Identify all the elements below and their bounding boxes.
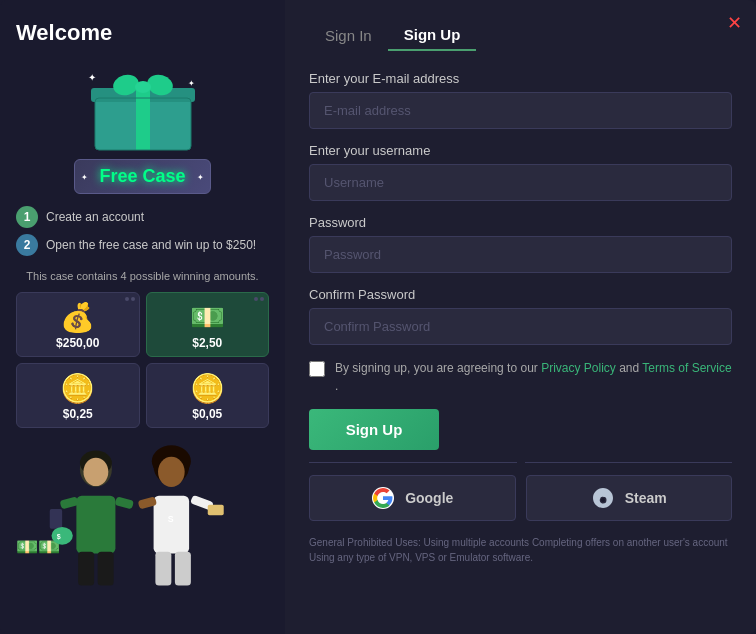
prize-grid: 💰 $250,00 💵 $2,50 🪙 $0,25 �: [16, 292, 269, 428]
terms-of-service-link[interactable]: Terms of Service: [642, 361, 731, 375]
terms-checkbox[interactable]: [309, 361, 325, 377]
terms-text-end: .: [335, 379, 338, 393]
step-2: 2 Open the free case and win up to $250!: [16, 234, 269, 256]
svg-rect-20: [50, 509, 62, 529]
password-input[interactable]: [309, 236, 732, 273]
gift-box: ✦ ✦: [73, 58, 213, 153]
email-group: Enter your E-mail address: [309, 71, 732, 129]
svg-text:✦: ✦: [88, 72, 96, 83]
prize-dots-2: [254, 297, 264, 301]
star-left: ✦: [81, 172, 88, 181]
tab-signin[interactable]: Sign In: [309, 20, 388, 51]
prize-emoji-3: 🪙: [60, 372, 95, 405]
prize-amount-2: $2,50: [192, 336, 222, 350]
characters-svg: $ S: [16, 438, 269, 598]
prize-amount-1: $250,00: [56, 336, 99, 350]
svg-rect-15: [76, 496, 115, 554]
svg-text:✦: ✦: [188, 79, 195, 88]
step-1-badge: 1: [16, 206, 38, 228]
confirm-password-input[interactable]: [309, 308, 732, 345]
tab-signup[interactable]: Sign Up: [388, 20, 477, 51]
legal-text: General Prohibited Uses: Using multiple …: [309, 535, 732, 565]
password-label: Password: [309, 215, 732, 230]
terms-text-and: and: [616, 361, 642, 375]
left-panel: Welcome ✦ ✦: [0, 0, 285, 634]
prize-dots-1: [125, 297, 135, 301]
gift-box-svg: ✦ ✦: [83, 56, 203, 156]
prize-card-3: 🪙 $0,25: [16, 363, 140, 428]
characters-container: 💵💵 $: [16, 438, 269, 598]
modal: ✕ Welcome ✦ ✦: [0, 0, 756, 634]
divider-line-right: [525, 462, 733, 463]
svg-rect-19: [98, 552, 114, 586]
prize-card-1: 💰 $250,00: [16, 292, 140, 357]
prize-emoji-4: 🪙: [190, 372, 225, 405]
step-1-text: Create an account: [46, 210, 144, 224]
case-note: This case contains 4 possible winning am…: [16, 270, 269, 282]
username-input[interactable]: [309, 164, 732, 201]
google-label: Google: [405, 490, 453, 506]
divider-line-left: [309, 462, 517, 463]
terms-checkbox-row: By signing up, you are agreeing to our P…: [309, 359, 732, 395]
dot: [125, 297, 129, 301]
steam-button[interactable]: Steam: [526, 475, 733, 521]
star-right: ✦: [197, 172, 204, 181]
svg-rect-16: [60, 496, 79, 509]
email-input[interactable]: [309, 92, 732, 129]
terms-text-before: By signing up, you are agreeing to our: [335, 361, 541, 375]
svg-rect-17: [115, 496, 134, 509]
prize-amount-4: $0,05: [192, 407, 222, 421]
svg-rect-32: [155, 552, 171, 586]
step-2-text: Open the free case and win up to $250!: [46, 238, 256, 252]
password-group: Password: [309, 215, 732, 273]
free-case-text: Free Case: [99, 166, 185, 186]
svg-point-35: [601, 498, 605, 502]
confirm-password-label: Confirm Password: [309, 287, 732, 302]
terms-text: By signing up, you are agreeing to our P…: [335, 359, 732, 395]
divider: [309, 462, 732, 463]
svg-rect-31: [208, 505, 224, 516]
steam-label: Steam: [625, 490, 667, 506]
step-2-badge: 2: [16, 234, 38, 256]
username-group: Enter your username: [309, 143, 732, 201]
svg-point-21: [52, 527, 73, 545]
social-buttons-row: Google Steam: [309, 475, 732, 521]
steps-container: 1 Create an account 2 Open the free case…: [16, 206, 269, 262]
svg-rect-33: [175, 552, 191, 586]
email-label: Enter your E-mail address: [309, 71, 732, 86]
prize-card-2: 💵 $2,50: [146, 292, 270, 357]
dot: [254, 297, 258, 301]
prize-emoji-2: 💵: [190, 301, 225, 334]
svg-text:$: $: [57, 533, 61, 541]
signup-button[interactable]: Sign Up: [309, 409, 439, 450]
close-button[interactable]: ✕: [727, 12, 742, 34]
google-icon: [371, 486, 395, 510]
prize-card-4: 🪙 $0,05: [146, 363, 270, 428]
dot: [260, 297, 264, 301]
google-button[interactable]: Google: [309, 475, 516, 521]
privacy-policy-link[interactable]: Privacy Policy: [541, 361, 616, 375]
prize-amount-3: $0,25: [63, 407, 93, 421]
welcome-title: Welcome: [16, 20, 112, 46]
svg-point-25: [158, 457, 185, 487]
svg-text:S: S: [168, 514, 174, 524]
right-panel: Sign In Sign Up Enter your E-mail addres…: [285, 0, 756, 634]
dot: [131, 297, 135, 301]
username-label: Enter your username: [309, 143, 732, 158]
step-1: 1 Create an account: [16, 206, 269, 228]
tabs-row: Sign In Sign Up: [309, 20, 732, 51]
confirm-password-group: Confirm Password: [309, 287, 732, 345]
steam-icon: [591, 486, 615, 510]
prize-emoji-1: 💰: [60, 301, 95, 334]
svg-rect-18: [78, 552, 94, 586]
free-case-banner: ✦ Free Case ✦: [74, 159, 210, 194]
svg-rect-26: [154, 496, 190, 554]
svg-point-14: [83, 458, 108, 486]
svg-point-10: [135, 81, 151, 93]
